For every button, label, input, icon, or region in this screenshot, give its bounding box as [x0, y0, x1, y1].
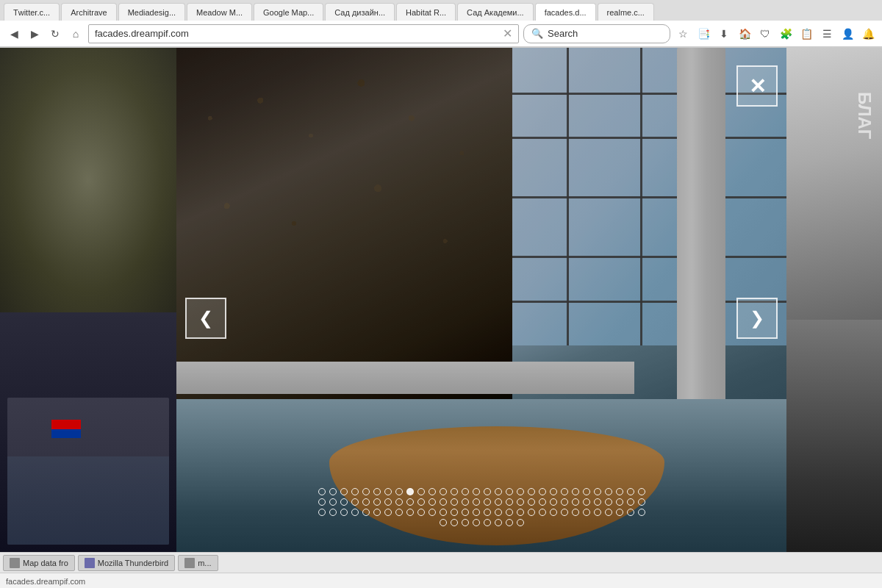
tab-sad2[interactable]: Сад Академи... — [457, 3, 534, 21]
bullet-1-27[interactable] — [605, 488, 612, 495]
bullet-3-12[interactable] — [440, 509, 447, 516]
bullet-2-23[interactable] — [561, 498, 568, 506]
bullet-3-11[interactable] — [429, 509, 436, 516]
url-clear-button[interactable]: ✕ — [503, 26, 512, 40]
addon-icon[interactable]: 🧩 — [778, 26, 794, 42]
bullet-1-29[interactable] — [627, 488, 634, 495]
bullet-1-26[interactable] — [594, 488, 601, 495]
bullet-1-18[interactable] — [506, 488, 513, 495]
bullet-2-11[interactable] — [429, 498, 436, 506]
bullet-2-8[interactable] — [395, 498, 403, 506]
home-icon2[interactable]: 🏠 — [736, 26, 753, 42]
bullet-1-22[interactable] — [550, 488, 557, 495]
tab-architrave[interactable]: Architrave — [61, 3, 117, 21]
bullet-2-12[interactable] — [440, 498, 447, 506]
bullet-2-26[interactable] — [594, 498, 601, 506]
bullet-1-17[interactable] — [495, 488, 502, 495]
bullet-3-22[interactable] — [550, 509, 557, 516]
bullet-2-29[interactable] — [627, 498, 634, 506]
bullet-3-13[interactable] — [451, 509, 458, 516]
bullet-1-3[interactable] — [340, 488, 348, 495]
tab-habitat[interactable]: Habitat R... — [396, 3, 456, 21]
bullet-3-1[interactable] — [318, 509, 326, 516]
bullet-2-19[interactable] — [517, 498, 524, 506]
close-button[interactable]: ✕ — [736, 65, 778, 107]
home-button[interactable]: ⌂ — [68, 26, 84, 42]
bullet-3-10[interactable] — [417, 509, 425, 516]
tab-twitter[interactable]: Тwitter.c... — [4, 3, 60, 21]
bullet-3-15[interactable] — [473, 509, 480, 516]
bullet-1-28[interactable] — [616, 488, 623, 495]
bullet-4-3[interactable] — [462, 519, 469, 526]
bullet-1-8[interactable] — [395, 488, 403, 495]
bullet-2-13[interactable] — [451, 498, 458, 506]
bullet-2-1[interactable] — [318, 498, 326, 506]
bullet-3-4[interactable] — [351, 509, 359, 516]
bullet-1-11[interactable] — [429, 488, 436, 495]
bullet-1-4[interactable] — [351, 488, 359, 495]
bullet-2-25[interactable] — [583, 498, 590, 506]
bullet-4-8[interactable] — [517, 519, 524, 526]
bullet-3-7[interactable] — [384, 509, 392, 516]
bullet-2-18[interactable] — [506, 498, 513, 506]
bullet-1-20[interactable] — [528, 488, 535, 495]
bullet-3-21[interactable] — [539, 509, 546, 516]
bullet-1-12[interactable] — [440, 488, 447, 495]
bullet-2-6[interactable] — [373, 498, 381, 506]
bullet-3-23[interactable] — [561, 509, 568, 516]
profile-icon[interactable]: 👤 — [839, 26, 856, 42]
star-icon[interactable]: ☆ — [675, 26, 691, 42]
clipboard-icon[interactable]: 📋 — [798, 26, 814, 42]
bullet-3-26[interactable] — [594, 509, 601, 516]
download-icon[interactable]: ⬇ — [716, 26, 732, 42]
bullet-4-5[interactable] — [484, 519, 491, 526]
reload-button[interactable]: ↻ — [47, 26, 63, 42]
bullet-1-21[interactable] — [539, 488, 546, 495]
bullet-4-6[interactable] — [495, 519, 502, 526]
bullet-2-30[interactable] — [638, 498, 645, 506]
bullet-1-30[interactable] — [638, 488, 645, 495]
bullet-3-24[interactable] — [572, 509, 579, 516]
bullet-3-5[interactable] — [362, 509, 370, 516]
notifications-icon[interactable]: 🔔 — [860, 26, 876, 42]
bullet-1-5[interactable] — [362, 488, 370, 495]
bullet-1-15[interactable] — [473, 488, 480, 495]
bullet-1-7[interactable] — [384, 488, 392, 495]
url-field[interactable]: facades.dreampif.com ✕ — [88, 24, 519, 43]
taskbar-item-thunderbird[interactable]: Mozilla Thunderbird — [78, 555, 175, 571]
tab-google[interactable]: Google Мар... — [254, 3, 323, 21]
tab-facades[interactable]: facades.d... — [535, 3, 596, 21]
tab-meadow[interactable]: Meadow M... — [187, 3, 252, 21]
bullet-2-22[interactable] — [550, 498, 557, 506]
bullet-1-24[interactable] — [572, 488, 579, 495]
bullet-2-16[interactable] — [484, 498, 491, 506]
bullet-2-9[interactable] — [406, 498, 414, 506]
search-field[interactable]: 🔍 Search — [523, 24, 670, 43]
bullet-2-24[interactable] — [572, 498, 579, 506]
forward-button[interactable]: ▶ — [26, 26, 43, 42]
bullet-2-21[interactable] — [539, 498, 546, 506]
bullet-2-15[interactable] — [473, 498, 480, 506]
bullet-3-9[interactable] — [406, 509, 414, 516]
bullet-2-17[interactable] — [495, 498, 502, 506]
bullet-2-5[interactable] — [362, 498, 370, 506]
prev-arrow-button[interactable]: ❮ — [185, 298, 226, 339]
tab-mediadesig[interactable]: Mediadesig... — [118, 3, 185, 21]
bullet-3-25[interactable] — [583, 509, 590, 516]
bullet-3-8[interactable] — [395, 509, 403, 516]
bullet-3-16[interactable] — [484, 509, 491, 516]
bullet-1-6[interactable] — [373, 488, 381, 495]
bullet-2-27[interactable] — [605, 498, 612, 506]
bullet-2-20[interactable] — [528, 498, 535, 506]
taskbar-item-m[interactable]: m... — [178, 555, 218, 571]
bullet-1-16[interactable] — [484, 488, 491, 495]
bullet-3-6[interactable] — [373, 509, 381, 516]
bullet-1-2[interactable] — [329, 488, 337, 495]
next-arrow-button[interactable]: ❯ — [736, 298, 778, 339]
bullet-1-23[interactable] — [561, 488, 568, 495]
bullet-4-2[interactable] — [451, 519, 458, 526]
bullet-3-20[interactable] — [528, 509, 535, 516]
bullet-3-28[interactable] — [616, 509, 623, 516]
bullet-3-30[interactable] — [638, 509, 645, 516]
bullet-2-7[interactable] — [384, 498, 392, 506]
